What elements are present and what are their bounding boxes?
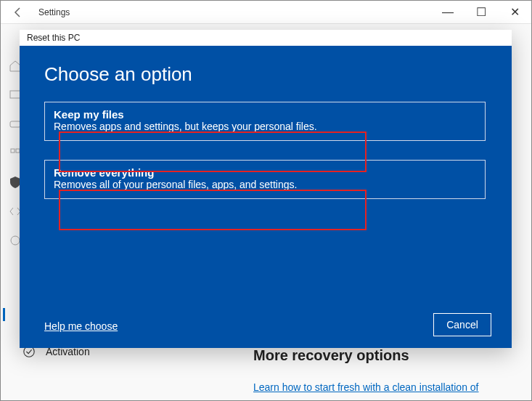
back-button[interactable] [1,7,36,18]
reset-pc-dialog: Reset this PC Choose an option Keep my f… [20,30,512,348]
option-title: Keep my files [54,108,476,121]
window-minimize-button[interactable]: — [431,1,465,24]
start-fresh-link[interactable]: Learn how to start fresh with a clean in… [253,381,479,393]
option-desc: Removes apps and settings, but keeps you… [54,121,476,132]
sidebar-selection-indicator [3,308,5,321]
option-keep-my-files[interactable]: Keep my files Removes apps and settings,… [44,102,486,141]
window-close-button[interactable]: ✕ [498,1,531,24]
dialog-title: Reset this PC [20,30,512,46]
window-title: Settings [36,7,431,17]
window-maximize-button[interactable]: ☐ [465,1,498,24]
svg-point-4 [11,236,20,245]
option-title: Remove everything [54,166,476,179]
svg-rect-2 [11,149,15,153]
settings-titlebar: Settings — ☐ ✕ [1,1,531,24]
cancel-button[interactable]: Cancel [433,313,491,336]
section-heading-more-recovery: More recovery options [253,347,409,364]
arrow-left-icon [12,7,24,18]
dialog-heading: Choose an option [44,63,487,86]
svg-rect-0 [10,91,20,98]
option-remove-everything[interactable]: Remove everything Removes all of your pe… [44,160,486,199]
svg-rect-1 [10,121,20,127]
help-me-choose-link[interactable]: Help me choose [44,320,118,332]
option-desc: Removes all of your personal files, apps… [54,179,476,190]
